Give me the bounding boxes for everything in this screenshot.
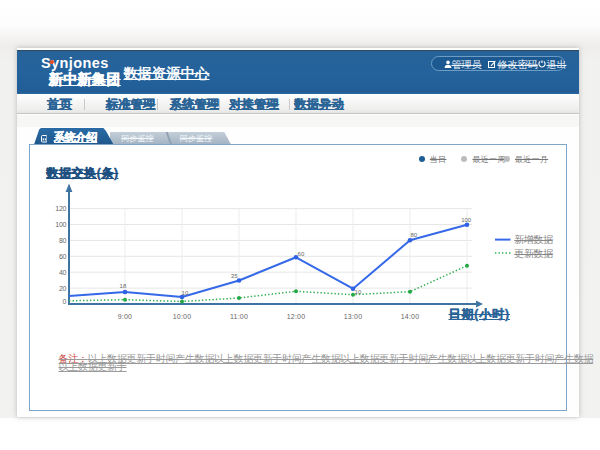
svg-text:20: 20 — [59, 285, 67, 292]
svg-text:100: 100 — [461, 217, 472, 223]
svg-text:12:00: 12:00 — [287, 313, 306, 320]
svg-text:80: 80 — [59, 237, 67, 244]
svg-text:14:00: 14:00 — [401, 313, 420, 320]
svg-text:9:00: 9:00 — [118, 313, 132, 320]
svg-text:40: 40 — [59, 269, 67, 276]
svg-text:13:00: 13:00 — [344, 313, 363, 320]
svg-text:100: 100 — [55, 221, 66, 228]
svg-text:60: 60 — [59, 253, 67, 260]
svg-text:11:00: 11:00 — [230, 313, 248, 320]
svg-text:80: 80 — [410, 232, 417, 238]
svg-text:10: 10 — [355, 289, 362, 295]
svg-text:60: 60 — [298, 251, 305, 257]
svg-text:35: 35 — [231, 273, 238, 279]
svg-text:10: 10 — [182, 290, 189, 296]
svg-text:10:00: 10:00 — [173, 313, 192, 320]
svg-text:0: 0 — [63, 298, 67, 305]
svg-text:120: 120 — [55, 205, 66, 212]
svg-text:18: 18 — [120, 283, 127, 289]
